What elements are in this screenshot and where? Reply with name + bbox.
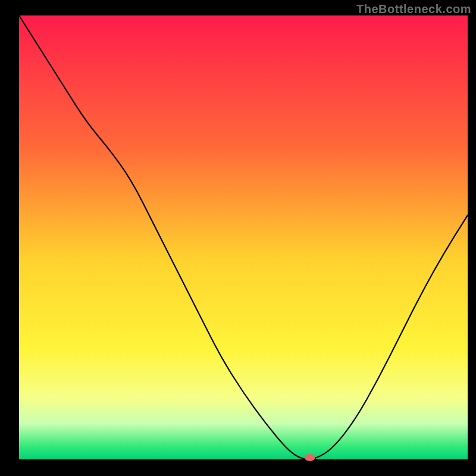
- bottleneck-chart: [0, 0, 476, 476]
- watermark-text: TheBottleneck.com: [356, 2, 471, 16]
- chart-container: TheBottleneck.com: [0, 0, 476, 476]
- optimal-marker: [305, 454, 315, 461]
